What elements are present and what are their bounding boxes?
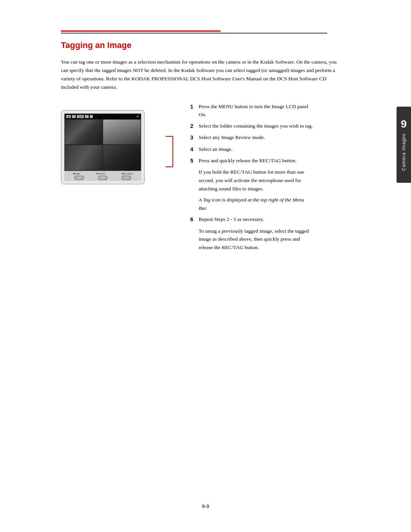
lower-section: ▦ □ ▰▰▰ ≡ ○ ✓ — [61, 102, 377, 255]
step-6-text: Repeat Steps 2 - 5 as necessary. — [199, 215, 264, 224]
thumb-2 — [103, 119, 141, 145]
page-container: Tagging an Image You can tag one or more… — [0, 0, 411, 532]
step-3: 3 Select any Image Review mode. — [190, 133, 377, 142]
btn-label-rectag: REC/TAG — [121, 173, 133, 175]
intro-text: You can tag one or more images as a sele… — [61, 58, 342, 92]
step-5-text: Press and quickly release the REC/TAG bu… — [199, 157, 296, 165]
step-1-num: 1 — [190, 102, 199, 111]
camera-image-area: ▦ □ ▰▰▰ ≡ ○ ✓ — [61, 110, 167, 185]
step-5-sub-text: If you hold the REC/TAG button for more … — [199, 168, 313, 193]
camera-button-labels: MENU SELECT REC/TAG — [65, 173, 140, 175]
step-2-text: Select the folder containing the images … — [199, 122, 313, 130]
menubar-icon-4: ≡ — [85, 115, 89, 118]
btn-label-select: SELECT — [96, 173, 106, 175]
sidebar-label: Camera Images — [401, 133, 406, 171]
step-5: 5 Press and quickly release the REC/TAG … — [190, 157, 377, 165]
menubar-icon-2: □ — [72, 115, 76, 118]
step-5-sub: If you hold the REC/TAG button for more … — [199, 168, 313, 193]
btn-label-menu: MENU — [73, 173, 80, 175]
tag-note-text: A Tag icon is displayed at the top right… — [199, 196, 313, 212]
camera-body-bottom: MENU SELECT REC/TAG — [64, 171, 141, 181]
step-4: 4 Select an image. — [190, 145, 377, 153]
thumb-3 — [65, 145, 103, 171]
steps-area: 1 Press the MENU button to turn the Imag… — [190, 102, 377, 255]
tag-note: A Tag icon is displayed at the top right… — [199, 196, 313, 212]
step-6-sub-text: To untag a previously tagged image, sele… — [199, 227, 313, 252]
step-1-text: Press the MENU button to turn the Image … — [199, 102, 313, 119]
menubar-icon-1: ▦ — [66, 115, 71, 118]
menubar-icon-3: ▰▰▰ — [77, 115, 84, 118]
btn-circle-select — [98, 176, 108, 180]
thumb-4 — [103, 145, 141, 171]
rule-dark — [61, 33, 327, 34]
step-4-text: Select an image. — [199, 145, 233, 153]
h-line-top — [166, 136, 173, 137]
tag-checkmark: ✓ — [136, 115, 139, 118]
sidebar-number: 9 — [401, 119, 407, 129]
step-2-num: 2 — [190, 122, 199, 130]
step-5-num: 5 — [190, 157, 199, 165]
step-6-sub: To untag a previously tagged image, sele… — [199, 227, 313, 252]
step-4-num: 4 — [190, 145, 199, 153]
camera-menubar: ▦ □ ▰▰▰ ≡ ○ ✓ — [65, 114, 141, 119]
camera-button-circles — [65, 176, 140, 180]
page-number: 9-9 — [202, 503, 209, 509]
step-6-num: 6 — [190, 215, 199, 224]
thumb-1 — [65, 119, 103, 145]
v-line — [172, 136, 173, 166]
menubar-icon-5: ○ — [90, 115, 93, 118]
section-title: Tagging an Image — [61, 40, 377, 50]
camera-screen: ▦ □ ▰▰▰ ≡ ○ ✓ — [64, 113, 141, 171]
btn-circle-rectag — [121, 176, 131, 180]
step-3-text: Select any Image Review mode. — [199, 133, 265, 142]
step-3-num: 3 — [190, 133, 199, 142]
rule-red — [61, 30, 221, 32]
step-2: 2 Select the folder containing the image… — [190, 122, 377, 130]
camera-screen-inner — [65, 119, 141, 171]
sidebar-tab: 9 Camera Images — [397, 107, 411, 183]
step-1: 1 Press the MENU button to turn the Imag… — [190, 102, 377, 119]
top-rules — [61, 30, 377, 34]
h-line-bottom — [166, 166, 173, 167]
step-6: 6 Repeat Steps 2 - 5 as necessary. — [190, 215, 377, 224]
camera-mockup: ▦ □ ▰▰▰ ≡ ○ ✓ — [61, 110, 145, 185]
btn-circle-menu — [74, 176, 84, 180]
